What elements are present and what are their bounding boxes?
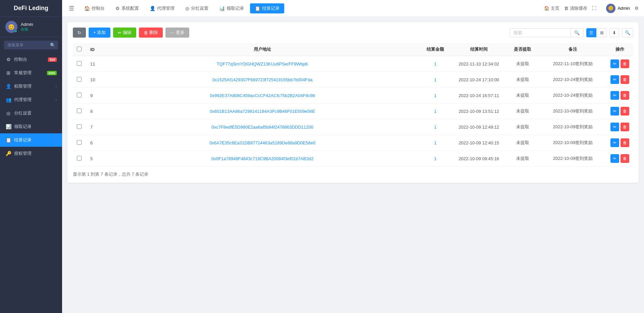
row-address: 0x1525Af1429307F669723f725419155bb7b004F… xyxy=(106,72,418,88)
table-row: 9 0x992E37A808C459acCcCF42ACfc75b2B2A04F… xyxy=(73,88,633,103)
table-view-button[interactable]: ☰ xyxy=(586,28,596,37)
row-checkbox[interactable] xyxy=(77,124,82,129)
sidebar-search-icon: 🔍 xyxy=(50,43,55,48)
address-link[interactable]: 0x992E37A808C459acCcCF42ACfc75b2B2A04F8c… xyxy=(210,93,315,98)
row-edit-button[interactable]: ✏ xyxy=(610,59,619,68)
tab-dividend[interactable]: ◎ 分红设置 xyxy=(181,3,213,13)
table-body: 11 TQF77qSirnYDGHQWZ13KUu6PSerFF9WbpK 1 … xyxy=(73,56,633,167)
sidebar-item-general[interactable]: ⊞ 常规管理 new xyxy=(0,66,62,80)
top-navigation: ☰ 🏠 控制台 ⚙ 系统配置 👤 代理管理 ◎ 分红设置 📊 领取记录 xyxy=(62,0,644,17)
row-delete-button[interactable]: 🗑 xyxy=(621,123,629,131)
grid-view-button[interactable]: ⊞ xyxy=(597,28,607,37)
row-delete-button[interactable]: 🗑 xyxy=(621,138,629,147)
table-row: 10 0x1525Af1429307F669723f725419155bb7b0… xyxy=(73,72,633,88)
pagination-info: 显示第 1 到第 7 条记录，总共 7 条记录 xyxy=(73,171,633,177)
row-note: 2022-10-09签到奖励 xyxy=(539,119,606,135)
table-row: 5 0x0F1a78949F4843c719C9BA20084f3ef01b7A… xyxy=(73,151,633,167)
row-delete-button[interactable]: 🗑 xyxy=(621,59,629,68)
row-operations: ✏ 🗑 xyxy=(606,88,633,103)
sidebar-item-label: 领取记录 xyxy=(14,124,57,130)
row-note: 2022-10-24签到奖励 xyxy=(539,72,606,88)
row-checkbox-cell xyxy=(73,88,86,103)
menu-toggle-icon[interactable]: ☰ xyxy=(67,3,76,13)
edit-button[interactable]: ✏ 编辑 xyxy=(113,28,136,38)
sidebar-item-permission[interactable]: 👤 权限管理 › xyxy=(0,80,62,93)
row-note: 2022-10-09签到奖励 xyxy=(539,103,606,119)
row-edit-button[interactable]: ✏ xyxy=(610,91,619,100)
row-edit-button[interactable]: ✏ xyxy=(610,123,619,131)
row-operations: ✏ 🗑 xyxy=(606,72,633,88)
action-buttons: ✏ 🗑 xyxy=(610,123,629,131)
tab-sysconfig[interactable]: ⚙ 系统配置 xyxy=(111,3,144,13)
row-checkbox-cell xyxy=(73,103,86,119)
home-label: 主页 xyxy=(551,5,559,11)
add-button[interactable]: + 添加 xyxy=(89,28,110,38)
more-button[interactable]: ⋯ 更多 xyxy=(165,28,189,38)
settings-button[interactable]: ⚙ xyxy=(635,6,639,11)
header-note: 备注 xyxy=(539,43,606,56)
row-id: 10 xyxy=(86,72,106,88)
row-checkbox[interactable] xyxy=(77,77,82,82)
row-delete-button[interactable]: 🗑 xyxy=(621,75,629,84)
row-delete-button[interactable]: 🗑 xyxy=(621,154,629,163)
address-link[interactable]: 0x601B13AA86a7298141184A3Fc9B46F01E509e5… xyxy=(210,109,315,114)
content-area: ↻ + 添加 ✏ 编辑 🗑 删除 ⋯ 更多 xyxy=(62,17,644,313)
online-dot xyxy=(14,30,17,33)
row-status: 未提取 xyxy=(506,119,539,135)
row-edit-button[interactable]: ✏ xyxy=(610,75,619,84)
tab-agent[interactable]: 👤 代理管理 xyxy=(145,3,179,13)
row-checkbox-cell xyxy=(73,135,86,151)
row-edit-button[interactable]: ✏ xyxy=(610,107,619,116)
refresh-button[interactable]: ↻ xyxy=(73,28,86,38)
row-edit-button[interactable]: ✏ xyxy=(610,154,619,163)
delete-button[interactable]: 🗑 删除 xyxy=(139,28,163,38)
sidebar-item-authorization[interactable]: 🔑 授权管理 xyxy=(0,147,62,160)
row-time: 2022-10-09 13:51:12 xyxy=(452,103,506,119)
address-link[interactable]: TQF77qSirnYDGHQWZ13KUu6PSerFF9WbpK xyxy=(216,61,308,66)
sidebar-item-settlement[interactable]: 📋 结算记录 xyxy=(0,133,62,147)
address-link[interactable]: 0x0F1a78949F4843c719C9BA20084f3ef01b7AB3… xyxy=(211,156,313,161)
chevron-right-icon: › xyxy=(55,84,57,88)
address-link[interactable]: 0x1525Af1429307F669723f725419155bb7b004F… xyxy=(212,77,313,82)
clear-cache-button[interactable]: 🗑 清除缓存 xyxy=(564,5,587,11)
export-button[interactable]: ⬇ xyxy=(609,28,619,37)
fullscreen-button[interactable]: ⛶ xyxy=(592,6,596,11)
admin-profile[interactable]: 😊 Admin xyxy=(606,4,630,13)
row-checkbox[interactable] xyxy=(77,140,82,145)
authorization-icon: 🔑 xyxy=(5,151,11,156)
search-expand-button[interactable]: 🔍 xyxy=(622,28,633,37)
sidebar-item-dashboard[interactable]: ⚙ 控制台 hot xyxy=(0,53,62,66)
tab-settlement[interactable]: 📋 结算记录 xyxy=(250,3,284,13)
sidebar-item-agent[interactable]: 👥 代理管理 › xyxy=(0,93,62,106)
row-delete-button[interactable]: 🗑 xyxy=(621,107,629,116)
user-name: Admin xyxy=(21,22,33,27)
search-button[interactable]: 🔍 xyxy=(571,29,583,37)
clear-cache-label: 清除缓存 xyxy=(570,5,587,11)
address-link[interactable]: 0xc7F8edfE5D980E2aa6af5b84f2478863DDD112… xyxy=(211,125,313,130)
row-checkbox[interactable] xyxy=(77,156,82,161)
header-operation: 操作 xyxy=(606,43,633,56)
gear-icon: ⚙ xyxy=(115,6,120,11)
row-checkbox[interactable] xyxy=(77,108,82,113)
row-checkbox[interactable] xyxy=(77,61,82,66)
search-box: 🔍 xyxy=(510,28,584,37)
sidebar-item-dividend[interactable]: ◎ 分红设置 xyxy=(0,106,62,120)
home-button[interactable]: 🏠 主页 xyxy=(544,5,559,11)
select-all-checkbox[interactable] xyxy=(77,47,82,51)
row-delete-button[interactable]: 🗑 xyxy=(621,91,629,100)
hot-badge: hot xyxy=(48,57,57,62)
header-amount: 结算金额 xyxy=(418,43,452,56)
tab-dashboard[interactable]: 🏠 控制台 xyxy=(80,3,109,13)
action-buttons: ✏ 🗑 xyxy=(610,59,629,68)
table-row: 6 0x6A7E35c6Ea31DB87714463a5189De88a9D0E… xyxy=(73,135,633,151)
search-input[interactable] xyxy=(510,29,571,37)
address-link[interactable]: 0x6A7E35c6Ea31DB87714463a5189De88a9D0E58… xyxy=(209,140,315,145)
row-note: 2022-11-10签到奖励 xyxy=(539,56,606,72)
tab-claim[interactable]: 📊 领取记录 xyxy=(214,3,249,13)
row-edit-button[interactable]: ✏ xyxy=(610,138,619,147)
row-checkbox[interactable] xyxy=(77,93,82,97)
row-operations: ✏ 🗑 xyxy=(606,135,633,151)
row-checkbox-cell xyxy=(73,72,86,88)
app-name: DeFi Leding xyxy=(14,5,48,12)
sidebar-item-claim[interactable]: 📊 领取记录 xyxy=(0,120,62,133)
